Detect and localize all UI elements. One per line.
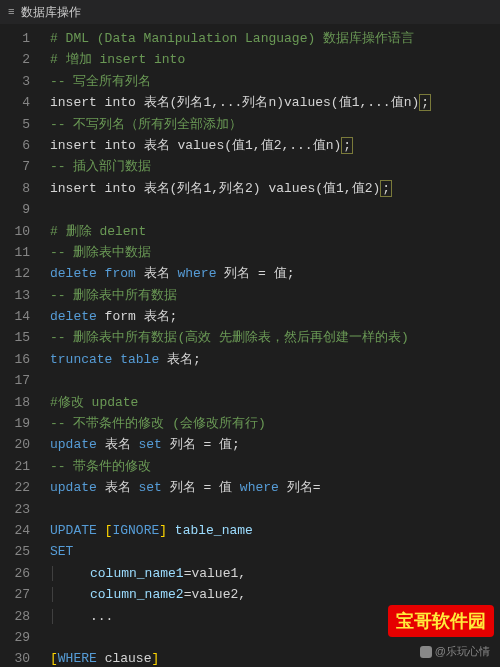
- tab-title: 数据库操作: [21, 4, 81, 21]
- code-line[interactable]: [50, 370, 500, 391]
- code-line[interactable]: # 增加 insert into: [50, 49, 500, 70]
- code-line[interactable]: -- 不带条件的修改 (会修改所有行): [50, 413, 500, 434]
- code-line[interactable]: -- 删除表中所有数据(高效 先删除表，然后再创建一样的表): [50, 327, 500, 348]
- watermark-badge: 宝哥软件园: [388, 605, 494, 637]
- code-line[interactable]: update 表名 set 列名 = 值;: [50, 434, 500, 455]
- code-line[interactable]: column_name2=value2,: [50, 584, 500, 605]
- code-editor[interactable]: 1234567891011121314151617181920212223242…: [0, 24, 500, 667]
- weibo-icon: [420, 646, 432, 658]
- code-line[interactable]: #修改 update: [50, 392, 500, 413]
- code-line[interactable]: insert into 表名 values(值1,值2,...值n);: [50, 135, 500, 156]
- code-line[interactable]: column_name1=value1,: [50, 563, 500, 584]
- code-line[interactable]: update 表名 set 列名 = 值 where 列名=: [50, 477, 500, 498]
- code-content[interactable]: # DML (Data Manipulation Language) 数据库操作…: [40, 24, 500, 667]
- code-line[interactable]: SET: [50, 541, 500, 562]
- line-number-gutter: 1234567891011121314151617181920212223242…: [0, 24, 40, 667]
- code-line[interactable]: delete from 表名 where 列名 = 值;: [50, 263, 500, 284]
- code-line[interactable]: -- 删除表中数据: [50, 242, 500, 263]
- code-line[interactable]: -- 写全所有列名: [50, 71, 500, 92]
- code-line[interactable]: insert into 表名(列名1,列名2) values(值1,值2);: [50, 178, 500, 199]
- file-icon: ≡: [8, 6, 15, 18]
- code-line[interactable]: UPDATE [IGNORE] table_name: [50, 520, 500, 541]
- code-line[interactable]: # 删除 delent: [50, 221, 500, 242]
- code-line[interactable]: truncate table 表名;: [50, 349, 500, 370]
- code-line[interactable]: -- 不写列名（所有列全部添加）: [50, 114, 500, 135]
- code-line[interactable]: -- 带条件的修改: [50, 456, 500, 477]
- code-line[interactable]: [50, 499, 500, 520]
- code-line[interactable]: # DML (Data Manipulation Language) 数据库操作…: [50, 28, 500, 49]
- tab-bar: ≡ 数据库操作: [0, 0, 500, 24]
- code-line[interactable]: delete form 表名;: [50, 306, 500, 327]
- code-line[interactable]: [50, 199, 500, 220]
- code-line[interactable]: -- 删除表中所有数据: [50, 285, 500, 306]
- watermark-author: @乐玩心情: [420, 644, 490, 659]
- code-line[interactable]: insert into 表名(列名1,...列名n)values(值1,...值…: [50, 92, 500, 113]
- code-line[interactable]: -- 插入部门数据: [50, 156, 500, 177]
